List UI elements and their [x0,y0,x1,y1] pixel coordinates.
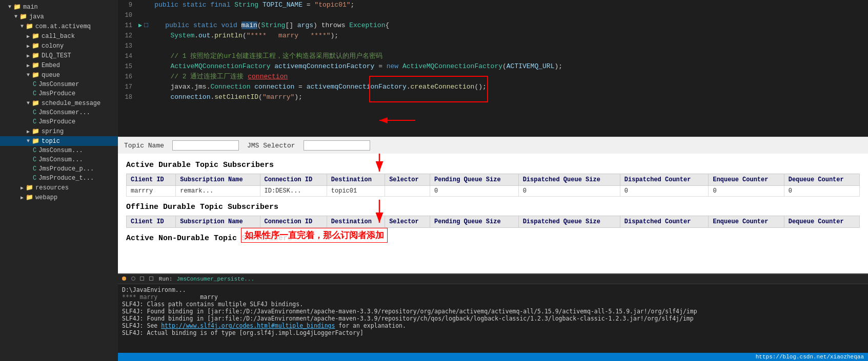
tree-item-queue[interactable]: ▼ 📁 queue [0,70,118,80]
run-file: JmsConsumer_persiste... [176,276,254,282]
col-dispatched-counter: Dispatched Counter [620,216,709,228]
tree-item-colony[interactable]: ▶ 📁 colony [0,41,118,51]
tree-item-resources[interactable]: ▶ 📁 resources [0,183,118,193]
term-line-slf4j-2: SLF4J: Found binding in [jar:file:/D:/Ja… [122,308,864,315]
col-pending-queue-size: Pending Queue Size [430,216,518,228]
col-destination: Destination [327,216,385,228]
tree-expand-arrow: ▶ [21,195,24,201]
code-lines: 9 public static final String TOPIC_NAME … [118,0,868,102]
line-number: 11 [118,20,138,31]
cell-dispatched-counter: 0 [620,186,709,197]
col-selector: Selector [385,216,430,228]
tree-item-spring[interactable]: ▶ 📁 spring [0,126,118,136]
tree-item-embed[interactable]: ▶ 📁 Embed [0,60,118,70]
tree-expand-arrow: ▼ [27,72,30,78]
tree-item-jmsconsumer-sched[interactable]: C JmsConsumer... [0,108,118,117]
tree-item-label: schedule_message [42,100,100,107]
col-enqueue-counter: Enqueue Counter [709,174,784,186]
folder-icon: 📁 [32,32,39,40]
line-number: 14 [118,51,138,61]
step2-icon[interactable] [149,277,153,281]
offline-durable-title: Offline Durable Topic Subscribers [126,203,860,211]
table-header-row: Client ID Subscription Name Connection I… [127,216,860,228]
cell-destination: topic01 [327,186,385,197]
jms-selector-label: JMS Selector [247,142,295,150]
line-content: // 1 按照给定的url创建连接工程，这个构造器采用默认的用户名密码 [138,51,868,61]
tree-item-callback[interactable]: ▶ 📁 call_back [0,31,118,41]
tree-item-label: JmsConsumer... [38,109,90,116]
tree-item-dlq[interactable]: ▶ 📁 DLQ_TEST [0,51,118,60]
line-number: 16 [118,72,138,82]
terminal-panel: Run: JmsConsumer_persiste... D:\JavaEnvi… [118,273,868,353]
code-line-11: 11 ▶ □ public static void main(String[] … [118,20,868,31]
folder-icon: 📁 [32,128,39,135]
folder-icon: 📁 [32,61,39,69]
file-icon: C [33,175,36,182]
tree-item-label: resources [35,184,69,192]
line-content: public static final String TOPIC_NAME = … [138,0,868,10]
tree-item-jmsconsumer1[interactable]: C JmsConsum... [0,146,118,155]
line-number: 18 [118,92,138,102]
offline-subscribers-table: Client ID Subscription Name Connection I… [126,216,860,228]
terminal-content: D:\JavaEnvironm... **** marry marry SLF4… [118,284,868,338]
tree-expand-arrow: ▶ [27,33,30,39]
tree-item-webapp[interactable]: ▶ 📁 webapp [0,193,118,202]
term-line-slf4j-5: SLF4J: Actual binding is of type [org.sl… [122,329,864,336]
tree-expand-arrow: ▼ [27,138,30,144]
file-icon: C [33,156,36,163]
tree-item-label: JmsProduce [38,118,75,125]
folder-icon: 📁 [32,137,39,145]
tree-expand-arrow: ▶ [27,62,30,69]
tree-item-jmsconsumer2[interactable]: C JmsConsum... [0,155,118,164]
run-button-icon[interactable]: ▶ [138,20,142,31]
folder-icon: 📁 [26,194,33,201]
main-content: 9 public static final String TOPIC_NAME … [118,0,868,361]
tree-item-main[interactable]: ▼ 📁 main [0,2,118,12]
col-selector: Selector [385,174,430,186]
tree-item-jmsproduce-queue[interactable]: C JmsProduce [0,89,118,98]
tree-item-label: main [23,4,38,11]
folder-icon: 📁 [32,42,39,50]
table-row: marrry remark... ID:DESK... topic01 0 0 … [127,186,860,197]
code-line-12: 12 System.out.println("**** marry ****")… [118,31,868,41]
tree-item-label: DLQ_TEST [42,52,71,59]
run-label: Run: [159,276,172,282]
tree-expand-arrow: ▼ [8,4,11,10]
tree-item-label: colony [42,43,64,50]
tree-item-topic[interactable]: ▼ 📁 topic [0,136,118,146]
col-dequeue-counter: Dequeue Counter [784,216,859,228]
folder-icon: 📁 [26,23,33,30]
stop-icon[interactable] [122,277,126,281]
col-dequeue-counter: Dequeue Counter [784,174,859,186]
file-icon: C [33,109,36,116]
tree-item-schedule[interactable]: ▼ 📁 schedule_message [0,98,118,108]
tree-item-label: Embed [42,62,60,69]
tree-item-label: JmsConsum... [38,156,83,163]
tree-item-jmsproduce-p[interactable]: C JmsProduce_p... [0,164,118,174]
tree-expand-arrow: ▼ [14,14,17,19]
slf4j-link[interactable]: http://www.slf4j.org/codes.html#multiple… [161,322,335,329]
tree-item-label: webapp [35,194,57,201]
tree-item-jmsproduce-sched[interactable]: C JmsProduce [0,117,118,126]
tree-item-jmsconsumer-queue[interactable]: C JmsConsumer [0,80,118,89]
status-url: https://blog.csdn.net/xiaozheqaa [756,354,864,360]
code-line-16: 16 // 2 通过连接工厂连接 connection [118,72,868,82]
code-line-18: 18 connection.setClientID("marrry"); [118,92,868,102]
status-bar: https://blog.csdn.net/xiaozheqaa [118,353,868,361]
pause-icon[interactable] [131,277,135,281]
code-line-14: 14 // 1 按照给定的url创建连接工程，这个构造器采用默认的用户名密码 [118,51,868,61]
topic-name-input[interactable] [172,140,239,151]
file-tree: ▼ 📁 main ▼ 📁 java ▼ 📁 com.at.activemq ▶ … [0,0,118,204]
step-icon[interactable] [140,277,144,281]
tree-item-com[interactable]: ▼ 📁 com.at.activemq [0,22,118,31]
tree-item-java[interactable]: ▼ 📁 java [0,12,118,22]
cell-dispatched-queue-size: 0 [518,186,620,197]
tree-expand-arrow: ▶ [27,43,30,49]
term-marry: **** marry [122,293,157,301]
folder-icon: 📁 [32,99,39,107]
term-line-path: D:\JavaEnvironm... [122,286,864,293]
tree-item-jmsproduce-t[interactable]: C JmsProduce_t... [0,174,118,183]
jms-selector-input[interactable] [304,140,370,151]
line-number: 10 [118,10,138,20]
col-subscription-name: Subscription Name [176,216,260,228]
